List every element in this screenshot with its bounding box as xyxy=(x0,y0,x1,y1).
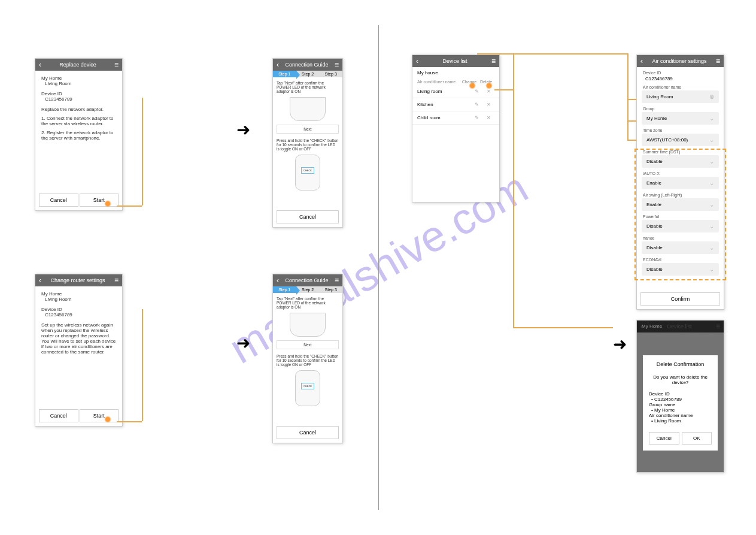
callout-line xyxy=(494,89,513,90)
home-label: My Home xyxy=(41,75,116,81)
start-button[interactable]: Start xyxy=(80,409,119,422)
cancel-button[interactable]: Cancel xyxy=(649,432,679,445)
edit-icon[interactable]: ✎ xyxy=(470,89,482,94)
col-name-dim: Air conditioner name xyxy=(642,333,685,337)
callout-line xyxy=(117,421,142,422)
header: ‹ Change router settings ≡ xyxy=(35,274,122,286)
button-row: Confirm xyxy=(638,290,722,308)
modal-acname-label: Air conditioner name xyxy=(649,413,712,418)
cancel-button[interactable]: Cancel xyxy=(277,426,339,439)
cancel-button[interactable]: Cancel xyxy=(39,194,78,207)
arrow-icon: ➜ xyxy=(613,334,627,354)
title: Replace device xyxy=(59,62,96,68)
home-label: My Home xyxy=(41,291,116,297)
clear-icon[interactable]: ⊗ xyxy=(709,93,714,100)
modal-acname: • Living Room xyxy=(651,418,712,424)
col-change-dim: Change xyxy=(685,333,702,337)
room-label: Living Room xyxy=(45,297,116,302)
step-tabs: Step 1 Step 2 Step 3 xyxy=(273,286,342,293)
back-icon[interactable]: ‹ xyxy=(640,57,643,65)
adaptor-image-bottom xyxy=(295,370,320,406)
devid-label: Device ID xyxy=(41,91,116,96)
callout-line xyxy=(477,53,513,55)
title: Device list xyxy=(442,58,467,64)
title: Connection Guide xyxy=(285,277,328,283)
adaptor-image-bottom xyxy=(295,155,320,191)
group-select[interactable]: My Home⌄ xyxy=(642,112,719,125)
devid-value: C123456789 xyxy=(45,312,116,318)
step-1-tab[interactable]: Step 1 xyxy=(273,286,296,293)
back-icon[interactable]: ‹ xyxy=(416,57,418,65)
delete-icon[interactable]: ✕ xyxy=(482,102,494,107)
next-button[interactable]: Next xyxy=(277,340,339,349)
menu-icon[interactable]: ≡ xyxy=(335,276,339,285)
modal-group: • My Home xyxy=(651,407,712,413)
title: Change router settings xyxy=(50,277,105,283)
menu-icon[interactable]: ≡ xyxy=(716,57,720,65)
callout-line xyxy=(627,53,629,140)
menu-icon[interactable]: ≡ xyxy=(335,61,339,69)
callout-line xyxy=(627,140,636,141)
guide-text-1: Tap "Next" after confirm the POWER LED o… xyxy=(277,81,339,93)
house-name: My house xyxy=(412,67,499,78)
delete-icon[interactable]: ✕ xyxy=(482,89,494,94)
delete-icon[interactable]: ✕ xyxy=(482,115,494,120)
body: Tap "Next" after confirm the POWER LED o… xyxy=(273,293,342,413)
step-1-tab[interactable]: Step 1 xyxy=(273,71,296,77)
col-name: Air conditioner name xyxy=(417,80,461,84)
modal-question: Do you want to delete the device? xyxy=(649,374,712,385)
tz-label: Time zone xyxy=(643,128,718,132)
devid-value: C123456789 xyxy=(645,76,718,81)
device-name: Kitchen xyxy=(417,102,470,107)
highlight-start xyxy=(104,416,111,423)
chevron-down-icon: ⌄ xyxy=(709,137,714,143)
title: Air conditioner settings xyxy=(652,58,706,64)
confirm-button[interactable]: Confirm xyxy=(640,292,720,306)
callout-line xyxy=(513,327,613,328)
step-3-tab[interactable]: Step 3 xyxy=(319,286,342,293)
device-name: Child room xyxy=(417,115,470,120)
menu-icon[interactable]: ≡ xyxy=(491,57,496,65)
header: ‹ Device list ≡ xyxy=(412,55,499,67)
menu-icon[interactable]: ≡ xyxy=(114,61,119,69)
tz-select[interactable]: AWST(UTC+08:00)⌄ xyxy=(642,134,719,146)
connection-guide-screen: ‹ Connection Guide ≡ Step 1 Step 2 Step … xyxy=(272,58,343,228)
device-list-screen: ‹ Device list ≡ My house Air conditioner… xyxy=(412,55,500,202)
header: ‹ Air conditioner settings ≡ xyxy=(637,55,724,67)
instruction-1: 1. Connect the network adaptor to the se… xyxy=(41,116,116,126)
step-3-tab[interactable]: Step 3 xyxy=(319,71,342,77)
arrow-icon: ➜ xyxy=(236,333,250,353)
back-icon[interactable]: ‹ xyxy=(277,61,279,69)
cancel-button[interactable]: Cancel xyxy=(39,409,78,422)
callout-line xyxy=(627,120,636,122)
guide-text-2: Press and hold the "CHECK" button for 10… xyxy=(277,138,339,151)
dashed-highlight xyxy=(634,149,726,280)
back-icon[interactable]: ‹ xyxy=(277,276,279,285)
guide-text-2: Press and hold the "CHECK" button for 10… xyxy=(277,354,339,367)
col-delete-dim: Delete xyxy=(702,333,719,337)
guide-text-1: Tap "Next" after confirm the POWER LED o… xyxy=(277,297,339,309)
body: Tap "Next" after confirm the POWER LED o… xyxy=(273,77,342,198)
edit-icon[interactable]: ✎ xyxy=(470,102,482,107)
device-name: Living room xyxy=(417,89,470,94)
connection-guide-screen-2: ‹ Connection Guide ≡ Step 1 Step 2 Step … xyxy=(272,274,343,443)
ok-button[interactable]: OK xyxy=(682,432,712,445)
header: ‹ Replace device ≡ xyxy=(35,59,122,71)
edit-icon[interactable]: ✎ xyxy=(470,115,482,120)
modal-devid: • C123456789 xyxy=(651,397,712,402)
back-icon[interactable]: ‹ xyxy=(39,276,41,285)
start-button[interactable]: Start xyxy=(80,194,119,207)
back-icon[interactable]: ‹ xyxy=(39,61,41,69)
instruction-0: Replace the network adaptor. xyxy=(41,107,116,112)
replace-device-screen: ‹ Replace device ≡ My Home Living Room D… xyxy=(35,58,123,211)
callout-line xyxy=(142,309,143,421)
menu-icon[interactable]: ≡ xyxy=(114,276,119,285)
cancel-button[interactable]: Cancel xyxy=(277,210,339,223)
acname-input[interactable]: Living Room⊗ xyxy=(642,90,719,103)
page-divider xyxy=(378,25,379,510)
callout-line xyxy=(513,53,514,89)
next-button[interactable]: Next xyxy=(277,125,339,134)
step-tabs: Step 1 Step 2 Step 3 xyxy=(273,71,342,77)
button-row: Cancel xyxy=(274,424,341,442)
arrow-icon: ➜ xyxy=(236,120,250,140)
